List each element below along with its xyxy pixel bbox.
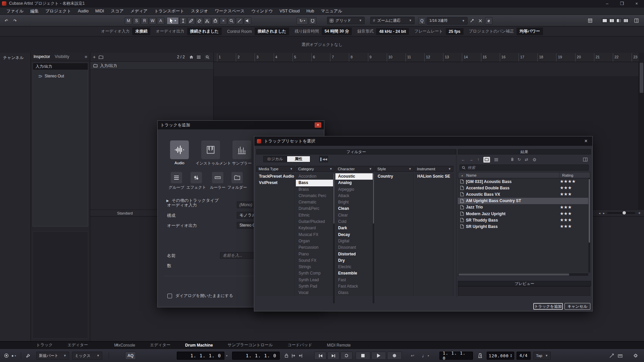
open-editor-button[interactable]: e <box>485 17 492 24</box>
lower-zone-tab[interactable]: エディター <box>150 342 170 348</box>
lower-zone-tab[interactable]: トラック <box>36 342 53 348</box>
preset-result-row[interactable]: [GM 033] Acoustic Bass ★★★★ <box>458 178 588 185</box>
lock-icon[interactable] <box>284 353 288 358</box>
track-type-folder[interactable]: フォルダー <box>226 172 248 190</box>
window-layout-icon[interactable] <box>633 17 640 24</box>
transport-setup-gear-icon[interactable] <box>633 352 638 360</box>
new-part-dropdown[interactable]: 新規パート▼ <box>36 352 69 360</box>
cancel-button[interactable]: キャンセル <box>565 303 590 310</box>
filter-list-item[interactable]: Dissonant <box>335 244 374 251</box>
left-zone-toggle[interactable] <box>602 18 608 23</box>
menu-item[interactable]: VST Cloud <box>276 7 303 15</box>
filter-list-item[interactable]: HALion Sonic SE <box>415 173 453 180</box>
preset-rating[interactable]: ★★★ <box>557 192 588 196</box>
filter-list-item[interactable]: Vocal <box>296 290 334 296</box>
filter-list-item[interactable]: Analog <box>335 180 374 186</box>
filter-list-item[interactable]: Synth Pad <box>296 283 334 290</box>
status-value[interactable]: 接続されました <box>187 27 222 35</box>
record-button[interactable] <box>387 352 402 360</box>
preset-result-row[interactable]: SR Upright Bass ★★★ <box>458 223 588 230</box>
mute-tool[interactable]: × <box>220 17 227 24</box>
menu-item[interactable]: スコア <box>108 7 126 15</box>
search-input[interactable] <box>468 166 586 170</box>
menu-item[interactable]: トランスポート <box>151 7 187 15</box>
primary-time-display[interactable]: 1. 1. 1. 0 <box>177 352 224 360</box>
lower-zone-tab[interactable]: Drum Machine <box>185 343 213 348</box>
punch-in-icon[interactable] <box>291 354 296 358</box>
vertical-scrollbar-thumb[interactable] <box>640 63 643 93</box>
results-search-box[interactable] <box>460 165 589 171</box>
tab-logical[interactable]: ロジカル <box>263 156 287 162</box>
menu-item[interactable]: Audio <box>75 7 92 15</box>
lower-zone-tab[interactable]: MIDI Remote <box>327 343 351 348</box>
zoom-in-icon[interactable]: + <box>638 210 641 216</box>
instrument-dropdown[interactable]: Instrument▼ <box>415 166 453 172</box>
status-value[interactable]: 54 時間 30 分 <box>322 27 352 35</box>
keyboard-icon[interactable] <box>618 354 623 358</box>
preset-rating[interactable]: ★★★ <box>557 186 588 190</box>
filter-list-item[interactable]: Arpeggio <box>335 186 374 193</box>
lower-zone-tab[interactable]: コードパッド <box>287 342 312 348</box>
snap-button[interactable] <box>309 17 316 24</box>
preset-rating[interactable]: ★★★ <box>557 224 588 229</box>
keep-dialog-open-checkbox[interactable] <box>167 294 172 298</box>
right-zone-toggle[interactable] <box>616 18 622 23</box>
filter-list-item[interactable]: Fast Attack <box>335 283 374 290</box>
tempo-display[interactable]: 120.000 ▲▼ <box>487 352 514 360</box>
gear-icon[interactable] <box>532 158 537 162</box>
io-section-header[interactable]: 入力/出力 <box>33 63 88 70</box>
auto-quantize-button[interactable]: AQ <box>125 352 136 360</box>
scroll-right-icon[interactable]: ▸ <box>603 212 605 215</box>
filter-list-item[interactable]: Ethnic <box>296 212 334 219</box>
audition-tool[interactable] <box>244 17 251 24</box>
character-scrollbar[interactable] <box>373 173 374 303</box>
autoscroll-button[interactable]: ↻▾ <box>297 17 308 24</box>
tempo-spinner[interactable]: ▲▼ <box>511 354 512 358</box>
grid-type-dropdown[interactable]: グリッド ▼ <box>327 17 365 24</box>
horizontal-zoom-slider[interactable] <box>607 212 635 214</box>
time-signature-display[interactable]: 4/4 <box>517 352 531 360</box>
cycle-button[interactable] <box>340 352 353 360</box>
redo-icon[interactable]: ↷ <box>11 17 19 24</box>
quantize-panel-icon[interactable] <box>477 17 484 24</box>
secondary-time-display[interactable]: 1. 1. 1. 0 <box>232 352 280 360</box>
track-state-button[interactable]: R <box>141 17 148 24</box>
mix-dropdown[interactable]: ミックス▼ <box>72 352 102 360</box>
track-type-effect[interactable]: エフェクト <box>185 172 207 190</box>
status-value[interactable]: 接続されました <box>255 27 289 35</box>
filter-list-item[interactable]: Cold <box>335 219 374 225</box>
filter-list-item[interactable]: Fast <box>335 277 374 283</box>
lower-zone-tab[interactable]: サンプラーコントロール <box>228 342 273 348</box>
add-track-icon[interactable]: + <box>93 54 96 60</box>
track-type-sampler[interactable]: サンプラー <box>227 140 257 166</box>
menu-item[interactable]: ウィンドウ <box>248 7 276 15</box>
close-tab-icon[interactable]: × <box>116 342 118 347</box>
results-horizontal-scrollbar[interactable] <box>458 273 588 276</box>
preset-rating[interactable]: ★★★ <box>557 205 588 209</box>
filter-list-item[interactable]: Distorted <box>335 251 374 257</box>
play-button[interactable] <box>371 352 386 360</box>
preset-result-row[interactable]: Accented Double Bass ★★★ <box>458 185 588 191</box>
tab-visibility[interactable]: Visibility <box>55 54 69 59</box>
time-format-caret[interactable]: ▾ <box>226 352 227 360</box>
track-type-ruler[interactable]: ルーラー <box>207 172 228 190</box>
filter-list-item[interactable]: Accordion <box>296 173 334 180</box>
filter-list-item[interactable]: Synth Lead <box>296 277 334 283</box>
track-presets-icon[interactable] <box>99 55 103 59</box>
close-button[interactable]: × <box>629 0 644 7</box>
back-icon[interactable]: ← <box>461 157 465 162</box>
preset-rating[interactable]: ★★★★ <box>557 179 588 184</box>
preset-rating[interactable]: ★★★ <box>557 218 588 222</box>
common-record-modes-icon[interactable] <box>4 353 9 358</box>
filter-list-item[interactable]: Keyboard <box>296 225 334 231</box>
object-selection-tool[interactable]: ▾ <box>167 17 179 24</box>
filter-list-item[interactable]: Synth Comp <box>296 270 334 277</box>
undo-icon[interactable]: ↶ <box>3 17 10 24</box>
filter-list-item[interactable]: Attack <box>335 193 374 199</box>
filter-list-item[interactable]: Drum&Perc <box>296 205 334 212</box>
stop-button[interactable] <box>356 352 370 360</box>
goto-previous-marker-button[interactable] <box>314 352 326 360</box>
status-value[interactable]: 25 fps <box>446 28 464 35</box>
home-icon[interactable] <box>189 55 194 59</box>
menu-item[interactable]: メディア <box>127 7 151 15</box>
